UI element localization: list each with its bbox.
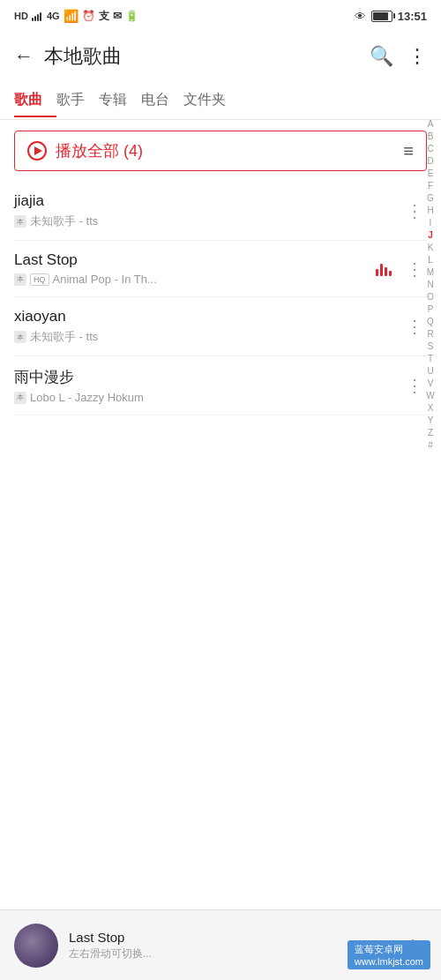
alpha-letter-m[interactable]: M <box>420 266 441 279</box>
sort-button[interactable]: ≡ <box>403 141 414 161</box>
list-item[interactable]: Last Stop 本 HQ Animal Pop - In Th... ⋮ <box>14 241 427 297</box>
tab-artists[interactable]: 歌手 <box>56 84 99 116</box>
play-all-section[interactable]: 播放全部 (4) ≡ <box>14 131 427 171</box>
avatar-image <box>14 924 58 968</box>
alpha-letter-t[interactable]: T <box>420 353 441 365</box>
alphabet-index: // Will be populated by JS below ABCDEFG… <box>420 115 441 909</box>
equalizer-icon <box>376 262 392 276</box>
alpha-letter-x[interactable]: X <box>420 402 441 415</box>
player-avatar <box>14 924 58 968</box>
local-icon: 本 <box>14 392 26 404</box>
song-meta: 未知歌手 - tts <box>30 329 98 345</box>
hd-badge: HQ <box>30 273 49 286</box>
play-all-label: 播放全部 (4) <box>56 140 143 161</box>
signal-icon <box>32 11 41 21</box>
song-meta: Animal Pop - In Th... <box>53 273 157 286</box>
pay-icon: 支 <box>99 9 109 24</box>
alpha-letter-w[interactable]: W <box>420 390 441 402</box>
alpha-letter-n[interactable]: N <box>420 279 441 291</box>
message-icon: ✉ <box>113 10 122 22</box>
play-all-left: 播放全部 (4) <box>27 140 143 161</box>
song-title: 雨中漫步 <box>14 367 402 387</box>
song-meta: 未知歌手 - tts <box>30 213 98 229</box>
song-title: Last Stop <box>14 251 376 269</box>
song-title: jiajia <box>14 192 402 210</box>
song-info: Last Stop 本 HQ Animal Pop - In Th... <box>14 251 376 286</box>
bottom-player[interactable]: Last Stop 左右滑动可切换... ▶ 蓝莓安卓网www.lmkjst.c… <box>0 909 441 980</box>
tab-radio[interactable]: 电台 <box>141 84 183 116</box>
back-button[interactable]: ← <box>14 45 34 68</box>
hd-label: HD <box>14 11 28 21</box>
alpha-letter-g[interactable]: G <box>420 192 441 205</box>
more-menu-button[interactable]: ⋮ <box>407 45 427 68</box>
status-right: 👁 13:51 <box>355 10 427 23</box>
alpha-letter-p[interactable]: P <box>420 303 441 316</box>
status-bar: HD 4G 📶 ⏰ 支 ✉ 🔋 👁 13:51 <box>0 0 441 32</box>
alpha-letter-b[interactable]: B <box>420 131 441 143</box>
page-title: 本地歌曲 <box>44 43 370 70</box>
song-subtitle: 本 未知歌手 - tts <box>14 213 402 229</box>
song-subtitle: 本 未知歌手 - tts <box>14 329 402 345</box>
play-all-icon <box>27 141 47 161</box>
alpha-letter-e[interactable]: E <box>420 168 441 180</box>
alarm-icon: ⏰ <box>82 10 95 22</box>
alpha-letter-d[interactable]: D <box>420 155 441 168</box>
alpha-letter-v[interactable]: V <box>420 378 441 390</box>
search-button[interactable]: 🔍 <box>370 45 393 68</box>
play-triangle <box>34 146 42 155</box>
song-info: xiaoyan 本 未知歌手 - tts <box>14 308 402 345</box>
time-display: 13:51 <box>398 10 427 23</box>
alpha-letter-#[interactable]: # <box>420 439 441 452</box>
song-info: 雨中漫步 本 Lobo L - Jazzy Hokum <box>14 367 402 404</box>
local-icon: 本 <box>14 331 26 343</box>
tab-songs[interactable]: 歌曲 <box>14 84 56 116</box>
alpha-letter-k[interactable]: K <box>420 242 441 254</box>
alpha-letter-o[interactable]: O <box>420 291 441 303</box>
list-item[interactable]: 雨中漫步 本 Lobo L - Jazzy Hokum ⋮ <box>14 356 427 415</box>
watermark: 蓝莓安卓网www.lmkjst.com <box>348 940 430 969</box>
alpha-letter-a[interactable]: A <box>420 118 441 131</box>
alpha-letter-z[interactable]: Z <box>420 427 441 439</box>
wifi-icon: 📶 <box>64 9 78 23</box>
local-icon: 本 <box>14 273 26 286</box>
battery-status-icon: 🔋 <box>125 10 138 22</box>
battery-icon <box>371 11 392 22</box>
tab-albums[interactable]: 专辑 <box>99 84 141 116</box>
alpha-letter-y[interactable]: Y <box>420 415 441 427</box>
song-info: jiajia 本 未知歌手 - tts <box>14 192 402 229</box>
header: ← 本地歌曲 🔍 ⋮ <box>0 32 441 81</box>
alpha-letter-u[interactable]: U <box>420 365 441 378</box>
alpha-letter-s[interactable]: S <box>420 340 441 353</box>
alpha-letter-j[interactable]: J <box>420 229 441 242</box>
song-title: xiaoyan <box>14 308 402 325</box>
status-left: HD 4G 📶 ⏰ 支 ✉ 🔋 <box>14 9 138 24</box>
alpha-letter-q[interactable]: Q <box>420 316 441 328</box>
song-list: jiajia 本 未知歌手 - tts ⋮ Last Stop 本 HQ Ani… <box>0 182 441 415</box>
alpha-letter-r[interactable]: R <box>420 328 441 340</box>
tab-folder[interactable]: 文件夹 <box>183 84 236 116</box>
alpha-letter-f[interactable]: F <box>420 180 441 192</box>
alpha-letter-c[interactable]: C <box>420 143 441 155</box>
alpha-letter-l[interactable]: L <box>420 254 441 266</box>
alpha-letter-i[interactable]: I <box>420 217 441 229</box>
list-item[interactable]: jiajia 本 未知歌手 - tts ⋮ <box>14 182 427 241</box>
tabs-bar: 歌曲 歌手 专辑 电台 文件夹 <box>0 81 441 120</box>
song-meta: Lobo L - Jazzy Hokum <box>30 391 144 404</box>
list-item[interactable]: xiaoyan 本 未知歌手 - tts ⋮ <box>14 297 427 356</box>
local-icon: 本 <box>14 215 26 228</box>
eye-icon: 👁 <box>355 10 366 23</box>
song-subtitle: 本 Lobo L - Jazzy Hokum <box>14 391 402 404</box>
network-label: 4G <box>47 11 60 21</box>
alpha-letter-h[interactable]: H <box>420 205 441 217</box>
song-subtitle: 本 HQ Animal Pop - In Th... <box>14 273 376 286</box>
header-actions: 🔍 ⋮ <box>370 45 427 68</box>
